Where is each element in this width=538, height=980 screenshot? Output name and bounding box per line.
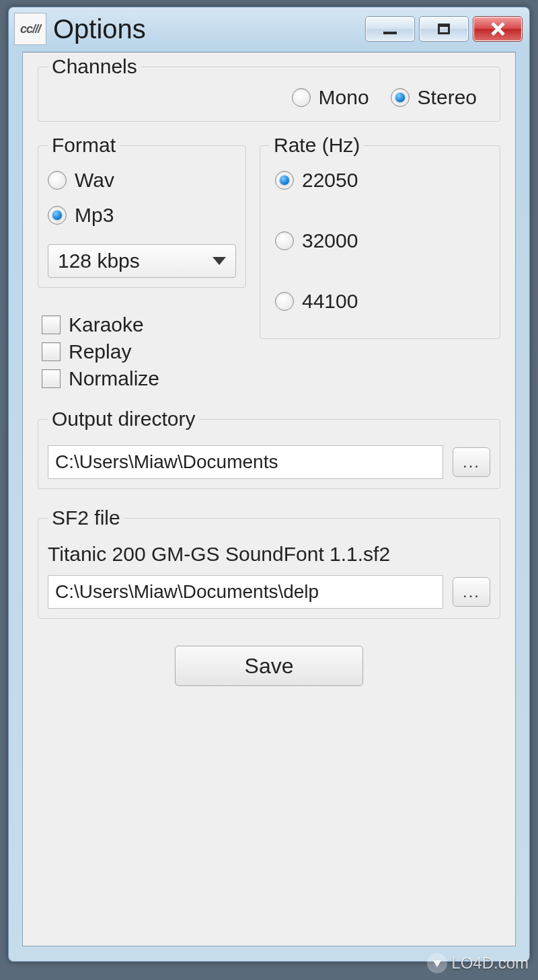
checkbox-icon [42,342,61,361]
radio-rate-22050[interactable]: 22050 [275,169,490,192]
radio-icon [391,88,410,107]
save-button[interactable]: Save [175,646,363,686]
radio-icon [275,171,294,190]
radio-wav[interactable]: Wav [48,169,236,192]
radio-stereo[interactable]: Stereo [391,86,477,109]
radio-label: Mono [319,86,369,109]
close-icon [490,21,506,37]
window-title: Options [53,14,365,44]
check-label: Karaoke [69,313,144,336]
format-legend: Format [48,134,120,157]
window-controls [365,16,523,42]
channels-group: Channels Mono Stereo [38,55,500,122]
radio-icon [292,88,311,107]
radio-mp3[interactable]: Mp3 [48,204,236,227]
radio-icon [275,292,294,311]
chevron-down-icon [213,257,226,265]
radio-icon [275,231,294,250]
check-karaoke[interactable]: Karaoke [42,313,246,336]
checkbox-icon [42,315,61,334]
output-dir-input[interactable]: C:\Users\Miaw\Documents [48,445,443,479]
radio-rate-32000[interactable]: 32000 [275,229,490,252]
button-label: Save [245,654,294,679]
radio-icon [48,171,67,190]
channels-legend: Channels [48,55,141,78]
combobox-value: 128 kbps [58,250,140,272]
checkbox-icon [42,369,61,388]
check-label: Replay [69,340,131,363]
maximize-button[interactable] [419,16,469,42]
bitrate-combobox[interactable]: 128 kbps [48,244,236,278]
radio-label: Stereo [418,86,477,109]
download-icon [427,953,447,973]
check-replay[interactable]: Replay [42,340,246,363]
check-normalize[interactable]: Normalize [42,367,246,390]
radio-mono[interactable]: Mono [292,86,369,109]
watermark: LO4D.com [427,953,529,973]
client-area: Channels Mono Stereo Format [22,52,516,946]
radio-label: 32000 [302,229,358,252]
close-button[interactable] [473,16,523,42]
radio-label: Wav [75,169,114,192]
format-group: Format Wav Mp3 128 kbps [38,134,246,288]
titlebar[interactable]: cc/// Options [9,7,529,50]
output-dir-legend: Output directory [48,408,199,430]
app-icon: cc/// [14,13,46,45]
radio-icon [48,206,67,225]
maximize-icon [438,24,450,34]
output-dir-group: Output directory C:\Users\Miaw\Documents… [38,408,500,489]
watermark-text: LO4D.com [451,954,529,973]
ellipsis-icon: ... [463,582,480,601]
radio-label: 44100 [302,290,358,313]
sf2-file-group: SF2 file Titanic 200 GM-GS SoundFont 1.1… [38,506,500,619]
ellipsis-icon: ... [463,453,480,472]
rate-group: Rate (Hz) 22050 32000 44100 [260,134,500,339]
output-dir-browse-button[interactable]: ... [453,447,490,477]
input-value: C:\Users\Miaw\Documents [55,451,278,473]
minimize-button[interactable] [365,16,415,42]
radio-label: Mp3 [75,204,114,227]
sf2-browse-button[interactable]: ... [453,577,490,607]
minimize-icon [383,32,397,34]
rate-legend: Rate (Hz) [270,134,364,157]
sf2-legend: SF2 file [48,506,124,529]
radio-rate-44100[interactable]: 44100 [275,290,490,313]
sf2-path-input[interactable]: C:\Users\Miaw\Documents\delp [48,575,443,609]
check-label: Normalize [69,367,159,390]
options-window: cc/// Options Channels Mono Stereo [8,7,530,962]
input-value: C:\Users\Miaw\Documents\delp [55,581,319,603]
sf2-filename-label: Titanic 200 GM-GS SoundFont 1.1.sf2 [48,543,490,566]
radio-label: 22050 [302,169,358,192]
